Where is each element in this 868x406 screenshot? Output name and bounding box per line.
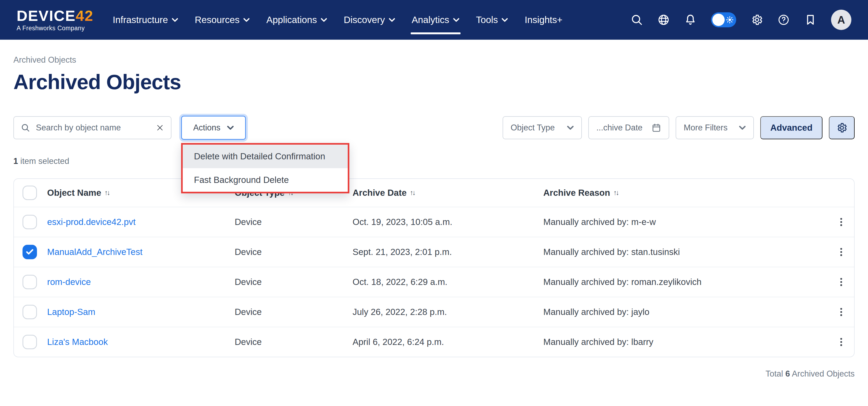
breadcrumb[interactable]: Archived Objects	[13, 55, 76, 65]
actions-button-label: Actions	[193, 123, 220, 132]
nav-item-discovery[interactable]: Discovery	[344, 14, 395, 25]
column-header-object-name[interactable]: Object Name↑↓	[47, 188, 109, 198]
nav-item-insights-[interactable]: Insights+	[525, 14, 562, 25]
nav-item-label: Analytics	[412, 14, 449, 25]
table-footer: Total 6 Archived Objects	[13, 369, 855, 379]
sort-icon: ↑↓	[410, 189, 415, 197]
advanced-button[interactable]: Advanced	[760, 116, 823, 139]
nav-item-tools[interactable]: Tools	[476, 14, 508, 25]
nav-item-infrastructure[interactable]: Infrastructure	[113, 14, 178, 25]
archive-date-filter[interactable]: ...chive Date	[588, 116, 669, 139]
row-menu-kebab-icon[interactable]	[836, 216, 846, 228]
nav-item-label: Insights+	[525, 14, 562, 25]
main-nav: Infrastructure Resources Applications Di…	[113, 14, 563, 25]
object-name-link[interactable]: Laptop-Sam	[47, 307, 95, 317]
row-checkbox[interactable]	[23, 245, 37, 259]
total-count: 6	[785, 369, 790, 378]
settings-icon[interactable]	[751, 14, 763, 26]
object-type-filter[interactable]: Object Type	[503, 116, 582, 139]
object-name-link[interactable]: rom-device	[47, 277, 91, 287]
nav-item-resources[interactable]: Resources	[195, 14, 250, 25]
archive-reason-value: Manually archived by: lbarry	[543, 337, 653, 347]
row-checkbox[interactable]	[23, 305, 37, 319]
toggle-knob	[712, 14, 725, 26]
help-icon[interactable]	[777, 14, 790, 26]
more-filters-label: More Filters	[684, 123, 727, 132]
top-navbar: DEVICE42 A Freshworks Company Infrastruc…	[0, 0, 868, 40]
bookmark-icon[interactable]	[804, 14, 816, 26]
archive-date-value: Oct. 19, 2023, 10:05 a.m.	[352, 217, 452, 227]
table-row: Laptop-Sam Device July 26, 2022, 2:28 p.…	[14, 297, 854, 327]
search-icon[interactable]	[631, 14, 643, 26]
archive-date-value: July 26, 2022, 2:28 p.m.	[352, 307, 447, 317]
archive-date-value: April 6, 2022, 6:24 p.m.	[352, 337, 444, 347]
object-name-link[interactable]: ManualAdd_ArchiveTest	[47, 247, 143, 257]
nav-item-applications[interactable]: Applications	[266, 14, 327, 25]
chevron-down-icon	[321, 18, 327, 22]
chevron-down-icon	[739, 126, 746, 130]
nav-item-label: Tools	[476, 14, 498, 25]
search-input[interactable]	[36, 123, 150, 132]
table-settings-button[interactable]	[829, 116, 855, 139]
object-type-value: Device	[235, 247, 262, 257]
column-header-archive-reason[interactable]: Archive Reason↑↓	[543, 188, 618, 198]
dropdown-item-2[interactable]: Fast Background Delete	[183, 168, 348, 192]
nav-item-label: Resources	[195, 14, 240, 25]
search-icon	[21, 123, 30, 132]
nav-item-label: Applications	[266, 14, 317, 25]
logo-tagline: A Freshworks Company	[17, 25, 93, 31]
check-icon	[26, 248, 34, 256]
object-name-link[interactable]: esxi-prod.device42.pvt	[47, 217, 135, 227]
more-filters-button[interactable]: More Filters	[676, 116, 754, 139]
selection-label: item selected	[18, 156, 69, 166]
row-checkbox[interactable]	[23, 275, 37, 289]
row-checkbox[interactable]	[23, 215, 37, 229]
nav-item-label: Discovery	[344, 14, 385, 25]
theme-toggle[interactable]	[711, 12, 736, 27]
clear-search-icon[interactable]	[156, 124, 164, 132]
search-box	[13, 116, 172, 139]
device42-logo[interactable]: DEVICE42 A Freshworks Company	[17, 8, 93, 31]
calendar-icon	[652, 123, 661, 132]
nav-item-analytics[interactable]: Analytics	[412, 14, 460, 25]
table-row: Liza's Macbook Device April 6, 2022, 6:2…	[14, 327, 854, 357]
page-content: Archived Objects Archived Objects Action…	[0, 55, 868, 379]
table-row: esxi-prod.device42.pvt Device Oct. 19, 2…	[14, 207, 854, 237]
chevron-down-icon	[567, 126, 574, 130]
selection-count: 1	[13, 156, 18, 166]
archive-reason-value: Manually archived by: m-e-w	[543, 217, 656, 227]
archive-reason-value: Manually archived by: jaylo	[543, 307, 649, 317]
sort-icon: ↑↓	[104, 189, 109, 197]
table-row: rom-device Device Oct. 18, 2022, 6:29 a.…	[14, 267, 854, 297]
bell-icon[interactable]	[684, 14, 696, 26]
select-all-checkbox[interactable]	[23, 186, 37, 200]
object-type-value: Device	[235, 277, 262, 287]
archive-reason-value: Manually archived by: roman.zeylikovich	[543, 277, 702, 287]
object-type-value: Device	[235, 217, 262, 227]
logo-text: DEVICE42	[17, 8, 93, 23]
filter-controls: Object Type ...chive Date More Filters A…	[503, 116, 855, 139]
sort-icon: ↑↓	[613, 189, 618, 197]
chevron-down-icon	[453, 18, 460, 22]
dropdown-item-1[interactable]: Delete with Detailed Confirmation	[183, 145, 348, 168]
column-header-archive-date[interactable]: Archive Date↑↓	[352, 188, 415, 198]
avatar[interactable]: A	[831, 10, 851, 30]
archive-date-value: Sept. 21, 2023, 2:01 p.m.	[352, 247, 452, 257]
object-type-value: Device	[235, 337, 262, 347]
row-menu-kebab-icon[interactable]	[836, 336, 846, 348]
row-menu-kebab-icon[interactable]	[836, 306, 846, 318]
row-menu-kebab-icon[interactable]	[836, 276, 846, 288]
chevron-down-icon	[172, 18, 178, 22]
globe-icon[interactable]	[657, 14, 670, 26]
chevron-down-icon	[501, 18, 508, 22]
actions-button[interactable]: Actions	[181, 116, 246, 140]
object-name-link[interactable]: Liza's Macbook	[47, 337, 108, 347]
sun-icon	[725, 15, 734, 24]
table-body: esxi-prod.device42.pvt Device Oct. 19, 2…	[14, 207, 854, 357]
archive-date-value: Oct. 18, 2022, 6:29 a.m.	[352, 277, 447, 287]
row-menu-kebab-icon[interactable]	[836, 246, 846, 258]
archive-date-filter-label: ...chive Date	[596, 123, 643, 132]
actions-dropdown: Delete with Detailed ConfirmationFast Ba…	[181, 143, 349, 193]
actions-menu-wrap: Actions Delete with Detailed Confirmatio…	[181, 116, 246, 140]
row-checkbox[interactable]	[23, 335, 37, 349]
